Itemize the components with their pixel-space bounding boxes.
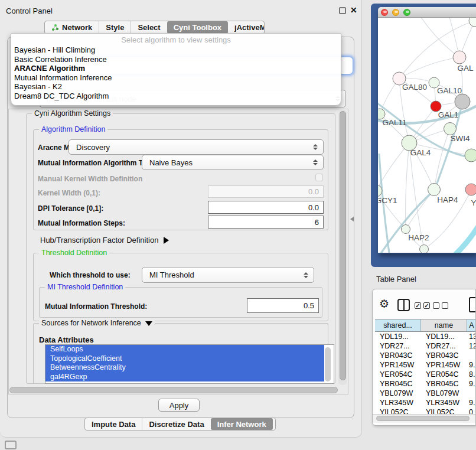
document-icon[interactable] bbox=[469, 297, 476, 312]
cyni-algorithm-settings-title: Cyni Algorithm Settings bbox=[32, 109, 113, 118]
expand-right-icon[interactable] bbox=[164, 237, 169, 244]
network-node-right-green[interactable] bbox=[465, 149, 476, 162]
network-edge[interactable] bbox=[434, 129, 450, 190]
minimize-traffic-light-icon[interactable] bbox=[392, 9, 399, 16]
table-header-row: shared...nameA bbox=[375, 319, 476, 332]
vertical-scrollbar[interactable] bbox=[338, 110, 347, 385]
zoom-traffic-light-icon[interactable] bbox=[403, 9, 410, 16]
tab-style[interactable]: Style bbox=[99, 21, 131, 34]
attribute-item-selected[interactable]: TopologicalCoefficient bbox=[45, 354, 324, 364]
table-body: YDL19...YDL19...13YDR27...YDR27...12YBR0… bbox=[375, 332, 476, 414]
network-edge[interactable] bbox=[406, 190, 434, 229]
table-cell: YDL19... bbox=[375, 332, 421, 341]
table-row[interactable]: YLR345WYLR345W9. bbox=[375, 398, 476, 407]
table-row[interactable]: YDR27...YDR27...12 bbox=[375, 341, 476, 351]
algorithm-option[interactable]: Dream8 DC_TDC Algorithm bbox=[11, 92, 341, 101]
split-columns-icon[interactable] bbox=[397, 299, 410, 311]
table-cell: 0 bbox=[467, 407, 476, 414]
tab-discretize-data[interactable]: Discretize Data bbox=[142, 418, 210, 430]
attribute-item-selected[interactable]: gal4RGexp bbox=[45, 373, 324, 382]
aracne-mode-combobox[interactable]: Discovery bbox=[69, 139, 324, 155]
checked-checkbox-icon[interactable]: ✓ bbox=[423, 302, 430, 309]
close-icon[interactable]: ✕ bbox=[350, 5, 357, 15]
network-node-gal-cut[interactable] bbox=[453, 51, 466, 64]
manual-kernel-width-checkbox[interactable] bbox=[315, 174, 323, 181]
dpi-tolerance-field[interactable]: 0.0 bbox=[208, 201, 324, 214]
tab-infer-network[interactable]: Infer Network bbox=[211, 418, 273, 430]
tab-cyni-toolbox[interactable]: Cyni Toolbox bbox=[167, 21, 228, 34]
data-attributes-list[interactable]: SelfLoopsTopologicalCoefficientBetweenne… bbox=[45, 344, 334, 384]
algorithm-option[interactable]: ARACNE Algorithm bbox=[11, 64, 341, 73]
tab-network[interactable]: Network bbox=[45, 21, 99, 34]
table-panel-title: Table Panel bbox=[376, 275, 416, 283]
table-horizontal-scrollbar[interactable] bbox=[373, 414, 476, 423]
data-attributes-rows: SelfLoopsTopologicalCoefficientBetweenne… bbox=[45, 345, 334, 381]
table-cell: YIL052C bbox=[375, 407, 421, 414]
unchecked-checkbox-icon[interactable] bbox=[442, 302, 448, 309]
table-toolbar: ⚙ ✓ ✓ bbox=[373, 289, 475, 319]
network-node-top-right-partial[interactable] bbox=[469, 18, 476, 27]
manual-kernel-width-label: Manual Kernel Width Definition bbox=[38, 175, 142, 183]
column-header-3[interactable]: A bbox=[467, 319, 476, 332]
network-edge[interactable] bbox=[399, 57, 459, 79]
mi-threshold-field[interactable]: 0.5 bbox=[247, 298, 319, 313]
table-cell: YLR345W bbox=[421, 398, 467, 407]
algorithm-option[interactable]: Bayesian - K2 bbox=[11, 82, 341, 92]
attribute-item-selected[interactable]: BetweennessCentrality bbox=[45, 363, 324, 373]
network-canvas[interactable]: GALGAL80GAL10GAL1GAL11SWI4GAL4GCY1HAP4YH… bbox=[378, 18, 476, 253]
checked-checkbox-icon[interactable]: ✓ bbox=[415, 302, 421, 309]
column-header-2[interactable]: name bbox=[421, 319, 467, 332]
table-row[interactable]: YPR145WYPR145W9. bbox=[375, 360, 476, 370]
table-row[interactable]: YIL052CYIL052C0 bbox=[375, 407, 476, 414]
network-edge[interactable] bbox=[419, 18, 459, 57]
unchecked-checkbox-icon[interactable] bbox=[433, 302, 439, 309]
network-edge[interactable] bbox=[448, 224, 476, 253]
table-row[interactable]: YER054CYER054C8. bbox=[375, 370, 476, 379]
which-threshold-label: Which threshold to use: bbox=[50, 271, 131, 279]
gear-icon[interactable]: ⚙ bbox=[379, 297, 389, 311]
vertical-scrollbar-thumb[interactable] bbox=[340, 111, 346, 380]
mi-algorithm-type-combobox[interactable]: Naive Bayes bbox=[142, 155, 324, 170]
algorithm-option[interactable]: Bayesian - Hill Climbing bbox=[11, 45, 341, 55]
table-scrollbar-thumb[interactable] bbox=[376, 416, 470, 421]
network-node-swi4[interactable] bbox=[444, 123, 457, 135]
table-cell bbox=[467, 351, 476, 360]
network-node-hap2[interactable] bbox=[402, 225, 410, 234]
table-row[interactable]: YBL079WYBL079W bbox=[375, 389, 476, 398]
panel-splitter-handle[interactable] bbox=[350, 217, 354, 221]
close-traffic-light-icon[interactable] bbox=[381, 9, 388, 16]
tab-impute-data[interactable]: Impute Data bbox=[85, 418, 142, 430]
network-node-hap4[interactable] bbox=[428, 184, 441, 196]
float-window-icon[interactable] bbox=[339, 7, 346, 14]
tab-jactivemnodules[interactable]: jActiveMNodules bbox=[228, 21, 265, 34]
column-header-1[interactable]: shared... bbox=[375, 319, 421, 332]
table-cell: YDR27... bbox=[375, 341, 421, 351]
table-row[interactable]: YDL19...YDL19...13 bbox=[375, 332, 476, 341]
algorithm-option[interactable]: Mutual Information Inference bbox=[11, 73, 341, 83]
kernel-width-field[interactable]: 0.0 bbox=[208, 185, 324, 198]
collapse-down-icon[interactable] bbox=[145, 321, 152, 326]
attribute-item-selected[interactable]: SelfLoops bbox=[45, 345, 324, 354]
hub-definition-section[interactable]: Hub/Transcription Factor Definition bbox=[40, 236, 169, 244]
horizontal-scrollbar[interactable] bbox=[9, 386, 338, 394]
network-window-titlebar[interactable] bbox=[378, 7, 476, 18]
network-node-bottom-partial[interactable] bbox=[420, 245, 429, 253]
network-edge[interactable] bbox=[378, 143, 409, 191]
table-row[interactable]: YBR043CYBR043C bbox=[375, 351, 476, 360]
node-label-y: Y bbox=[471, 198, 476, 207]
table-row[interactable]: YBR045CYBR045C9. bbox=[375, 379, 476, 389]
mi-steps-field[interactable]: 6 bbox=[208, 216, 324, 229]
minimized-panel-icon[interactable] bbox=[5, 441, 17, 449]
combo-spinner-icon bbox=[313, 144, 318, 150]
network-node-salmon-node[interactable] bbox=[465, 184, 476, 195]
mi-algorithm-type-label: Mutual Information Algorithm Type: bbox=[38, 159, 157, 167]
apply-button[interactable]: Apply bbox=[158, 399, 200, 412]
algorithm-dropdown-placeholder[interactable]: Select algorithm to view settings bbox=[11, 34, 341, 45]
list-scrollbar-thumb[interactable] bbox=[325, 347, 331, 381]
network-node-gray-node[interactable] bbox=[455, 94, 470, 109]
horizontal-scrollbar-thumb[interactable] bbox=[9, 387, 338, 393]
algorithm-option[interactable]: Basic Correlation Inference bbox=[11, 55, 341, 64]
node-label-gal1: GAL1 bbox=[438, 110, 459, 119]
tab-select[interactable]: Select bbox=[131, 21, 167, 34]
which-threshold-combobox[interactable]: MI Threshold bbox=[142, 267, 314, 283]
